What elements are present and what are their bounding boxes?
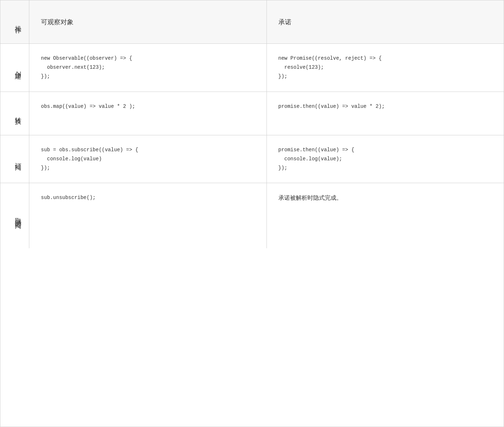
table-row-subscribe: 订阅 sub = obs.subscribe((value) => { cons… [0, 135, 504, 183]
action-unsubscribe-label: 取消订阅 [13, 213, 23, 219]
action-create: 创建 [0, 44, 29, 92]
promise-create-cell: new Promise((resolve, reject) => { resol… [267, 44, 504, 92]
observable-transform-code: obs.map((value) => value * 2 ); [41, 102, 255, 111]
promise-subscribe-code: promise.then((value) => { console.log(va… [278, 145, 492, 173]
action-subscribe: 订阅 [0, 135, 29, 183]
promise-subscribe-cell: promise.then((value) => { console.log(va… [267, 135, 504, 183]
observable-unsubscribe-cell: sub.unsubscribe(); [29, 183, 267, 248]
action-transform-label: 转换 [13, 112, 23, 115]
table-row-transform: 转换 obs.map((value) => value * 2 ); promi… [0, 92, 504, 135]
header-promise-label: 承诺 [278, 18, 291, 26]
header-observable-cell: 可观察对象 [29, 0, 267, 43]
observable-create-code: new Observable((observer) => { observer.… [41, 54, 255, 81]
promise-transform-cell: promise.then((value) => value * 2); [267, 92, 504, 135]
header-observable-label: 可观察对象 [41, 18, 74, 26]
observable-create-cell: new Observable((observer) => { observer.… [29, 44, 267, 92]
promise-create-code: new Promise((resolve, reject) => { resol… [278, 54, 492, 81]
header-action-cell: 操作 [0, 0, 29, 43]
comparison-table: 操作 可观察对象 承诺 创建 new Observable((observer)… [0, 0, 504, 427]
promise-unsubscribe-text: 承诺被解析时隐式完成。 [278, 195, 342, 201]
observable-subscribe-cell: sub = obs.subscribe((value) => { console… [29, 135, 267, 183]
action-create-label: 创建 [13, 66, 23, 69]
promise-transform-code: promise.then((value) => value * 2); [278, 102, 492, 111]
table-header-row: 操作 可观察对象 承诺 [0, 0, 504, 44]
observable-transform-cell: obs.map((value) => value * 2 ); [29, 92, 267, 135]
table-row-create: 创建 new Observable((observer) => { observ… [0, 44, 504, 92]
action-transform: 转换 [0, 92, 29, 135]
header-action-label: 操作 [13, 21, 23, 24]
action-unsubscribe: 取消订阅 [0, 183, 29, 248]
header-promise-cell: 承诺 [267, 0, 504, 43]
observable-unsubscribe-code: sub.unsubscribe(); [41, 193, 255, 202]
promise-unsubscribe-cell: 承诺被解析时隐式完成。 [267, 183, 504, 248]
observable-subscribe-code: sub = obs.subscribe((value) => { console… [41, 145, 255, 173]
action-subscribe-label: 订阅 [13, 157, 23, 160]
table-row-unsubscribe: 取消订阅 sub.unsubscribe(); 承诺被解析时隐式完成。 [0, 183, 504, 248]
